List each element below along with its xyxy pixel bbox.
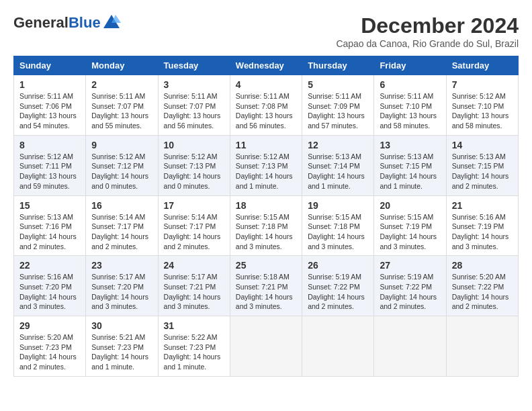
page-header: GeneralBlue December 2024 Capao da Canoa…	[13, 13, 519, 49]
day-info: Sunrise: 5:12 AMSunset: 7:11 PMDaylight:…	[19, 152, 80, 191]
day-info: Sunrise: 5:11 AMSunset: 7:07 PMDaylight:…	[164, 91, 224, 131]
day-number: 20	[380, 200, 440, 211]
day-info: Sunrise: 5:15 AMSunset: 7:18 PMDaylight:…	[236, 212, 296, 252]
weekday-header-row: SundayMondayTuesdayWednesdayThursdayFrid…	[14, 56, 519, 75]
day-info: Sunrise: 5:12 AMSunset: 7:13 PMDaylight:…	[164, 152, 224, 191]
day-number: 2	[91, 79, 152, 90]
day-info: Sunrise: 5:12 AMSunset: 7:13 PMDaylight:…	[236, 152, 296, 191]
day-info: Sunrise: 5:13 AMSunset: 7:16 PMDaylight:…	[19, 212, 80, 252]
day-number: 17	[164, 200, 224, 211]
calendar-day-cell: 24Sunrise: 5:17 AMSunset: 7:21 PMDayligh…	[158, 256, 230, 316]
day-number: 24	[164, 260, 224, 271]
calendar-day-cell: 6Sunrise: 5:11 AMSunset: 7:10 PMDaylight…	[374, 75, 446, 136]
calendar-table: SundayMondayTuesdayWednesdayThursdayFrid…	[13, 56, 519, 377]
calendar-day-cell: 3Sunrise: 5:11 AMSunset: 7:07 PMDaylight…	[158, 75, 230, 136]
calendar-day-cell: 25Sunrise: 5:18 AMSunset: 7:21 PMDayligh…	[230, 256, 302, 316]
day-info: Sunrise: 5:15 AMSunset: 7:18 PMDaylight:…	[308, 212, 368, 252]
calendar-day-cell: 9Sunrise: 5:12 AMSunset: 7:12 PMDaylight…	[86, 135, 158, 195]
day-info: Sunrise: 5:21 AMSunset: 7:23 PMDaylight:…	[91, 332, 152, 372]
day-info: Sunrise: 5:16 AMSunset: 7:20 PMDaylight:…	[19, 272, 80, 312]
day-number: 14	[452, 140, 513, 150]
calendar-day-cell	[374, 316, 446, 377]
day-info: Sunrise: 5:17 AMSunset: 7:20 PMDaylight:…	[91, 272, 152, 312]
day-number: 11	[236, 140, 296, 150]
weekday-header: Tuesday	[158, 56, 230, 75]
calendar-day-cell: 5Sunrise: 5:11 AMSunset: 7:09 PMDaylight…	[302, 75, 374, 136]
calendar-day-cell	[230, 316, 302, 377]
day-number: 15	[19, 200, 80, 211]
calendar-day-cell: 10Sunrise: 5:12 AMSunset: 7:13 PMDayligh…	[158, 135, 230, 195]
calendar-day-cell: 4Sunrise: 5:11 AMSunset: 7:08 PMDaylight…	[230, 75, 302, 136]
calendar-day-cell: 22Sunrise: 5:16 AMSunset: 7:20 PMDayligh…	[14, 256, 86, 316]
calendar-day-cell: 30Sunrise: 5:21 AMSunset: 7:23 PMDayligh…	[86, 316, 158, 377]
day-info: Sunrise: 5:19 AMSunset: 7:22 PMDaylight:…	[380, 272, 440, 312]
day-info: Sunrise: 5:11 AMSunset: 7:08 PMDaylight:…	[236, 91, 296, 131]
calendar-day-cell	[302, 316, 374, 377]
calendar-day-cell: 20Sunrise: 5:15 AMSunset: 7:19 PMDayligh…	[374, 195, 446, 256]
day-number: 7	[452, 79, 513, 90]
day-info: Sunrise: 5:18 AMSunset: 7:21 PMDaylight:…	[236, 272, 296, 312]
calendar-day-cell: 21Sunrise: 5:16 AMSunset: 7:19 PMDayligh…	[446, 195, 518, 256]
weekday-header: Thursday	[302, 56, 374, 75]
calendar-week-row: 1Sunrise: 5:11 AMSunset: 7:06 PMDaylight…	[14, 75, 519, 136]
day-number: 10	[164, 140, 224, 150]
calendar-day-cell: 27Sunrise: 5:19 AMSunset: 7:22 PMDayligh…	[374, 256, 446, 316]
calendar-day-cell: 18Sunrise: 5:15 AMSunset: 7:18 PMDayligh…	[230, 195, 302, 256]
calendar-week-row: 8Sunrise: 5:12 AMSunset: 7:11 PMDaylight…	[14, 135, 519, 195]
day-info: Sunrise: 5:13 AMSunset: 7:14 PMDaylight:…	[308, 152, 368, 191]
calendar-day-cell: 19Sunrise: 5:15 AMSunset: 7:18 PMDayligh…	[302, 195, 374, 256]
day-info: Sunrise: 5:20 AMSunset: 7:22 PMDaylight:…	[452, 272, 513, 312]
day-number: 1	[19, 79, 80, 90]
calendar-day-cell: 29Sunrise: 5:20 AMSunset: 7:23 PMDayligh…	[14, 316, 86, 377]
day-number: 18	[236, 200, 296, 211]
day-number: 13	[380, 140, 440, 150]
weekday-header: Friday	[374, 56, 446, 75]
calendar-day-cell: 14Sunrise: 5:13 AMSunset: 7:15 PMDayligh…	[446, 135, 518, 195]
calendar-day-cell: 1Sunrise: 5:11 AMSunset: 7:06 PMDaylight…	[14, 75, 86, 136]
calendar-day-cell: 23Sunrise: 5:17 AMSunset: 7:20 PMDayligh…	[86, 256, 158, 316]
location-title: Capao da Canoa, Rio Grande do Sul, Brazi…	[336, 38, 519, 49]
logo-general: GeneralBlue	[13, 14, 101, 32]
month-title: December 2024	[336, 13, 519, 38]
day-info: Sunrise: 5:22 AMSunset: 7:23 PMDaylight:…	[164, 332, 224, 372]
calendar-day-cell: 15Sunrise: 5:13 AMSunset: 7:16 PMDayligh…	[14, 195, 86, 256]
day-number: 3	[164, 79, 224, 90]
day-number: 22	[19, 260, 80, 271]
day-number: 12	[308, 140, 368, 150]
day-number: 21	[452, 200, 513, 211]
day-info: Sunrise: 5:11 AMSunset: 7:07 PMDaylight:…	[91, 91, 152, 131]
day-info: Sunrise: 5:14 AMSunset: 7:17 PMDaylight:…	[91, 212, 152, 252]
day-info: Sunrise: 5:11 AMSunset: 7:06 PMDaylight:…	[19, 91, 80, 131]
weekday-header: Sunday	[14, 56, 86, 75]
day-number: 16	[91, 200, 152, 211]
day-info: Sunrise: 5:19 AMSunset: 7:22 PMDaylight:…	[308, 272, 368, 312]
calendar-day-cell: 28Sunrise: 5:20 AMSunset: 7:22 PMDayligh…	[446, 256, 518, 316]
weekday-header: Monday	[86, 56, 158, 75]
day-info: Sunrise: 5:13 AMSunset: 7:15 PMDaylight:…	[380, 152, 440, 191]
day-number: 6	[380, 79, 440, 90]
calendar-day-cell: 16Sunrise: 5:14 AMSunset: 7:17 PMDayligh…	[86, 195, 158, 256]
day-number: 28	[452, 260, 513, 271]
weekday-header: Saturday	[446, 56, 518, 75]
day-number: 23	[91, 260, 152, 271]
day-number: 30	[91, 320, 152, 331]
logo: GeneralBlue	[13, 13, 121, 32]
day-info: Sunrise: 5:14 AMSunset: 7:17 PMDaylight:…	[164, 212, 224, 252]
calendar-day-cell: 26Sunrise: 5:19 AMSunset: 7:22 PMDayligh…	[302, 256, 374, 316]
day-info: Sunrise: 5:12 AMSunset: 7:12 PMDaylight:…	[91, 152, 152, 191]
logo-icon	[102, 13, 121, 32]
calendar-day-cell: 7Sunrise: 5:12 AMSunset: 7:10 PMDaylight…	[446, 75, 518, 136]
day-number: 25	[236, 260, 296, 271]
calendar-day-cell: 2Sunrise: 5:11 AMSunset: 7:07 PMDaylight…	[86, 75, 158, 136]
day-info: Sunrise: 5:13 AMSunset: 7:15 PMDaylight:…	[452, 152, 513, 191]
calendar-day-cell: 11Sunrise: 5:12 AMSunset: 7:13 PMDayligh…	[230, 135, 302, 195]
day-number: 26	[308, 260, 368, 271]
day-info: Sunrise: 5:16 AMSunset: 7:19 PMDaylight:…	[452, 212, 513, 252]
day-number: 8	[19, 140, 80, 150]
day-number: 29	[19, 320, 80, 331]
calendar-day-cell: 8Sunrise: 5:12 AMSunset: 7:11 PMDaylight…	[14, 135, 86, 195]
calendar-day-cell: 17Sunrise: 5:14 AMSunset: 7:17 PMDayligh…	[158, 195, 230, 256]
day-number: 9	[91, 140, 152, 150]
day-info: Sunrise: 5:12 AMSunset: 7:10 PMDaylight:…	[452, 91, 513, 131]
calendar-week-row: 15Sunrise: 5:13 AMSunset: 7:16 PMDayligh…	[14, 195, 519, 256]
